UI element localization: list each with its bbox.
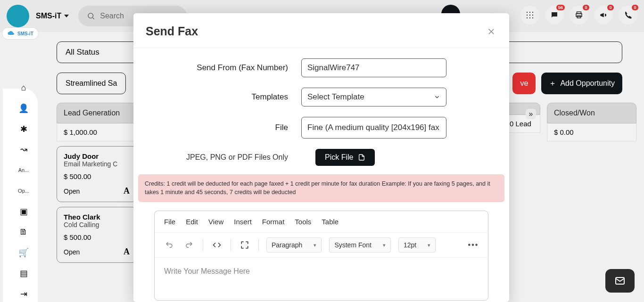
home-icon: ⌂ [21,83,26,93]
chevron-down-icon [64,15,69,17]
add-opportunity-button[interactable]: ＋Add Opportunity [541,73,622,94]
column-header[interactable]: Closed/Won [547,103,636,123]
font-family-select[interactable]: System Font▾ [329,237,391,253]
rich-text-editor: File Edit View Insert Format Tools Table… [154,211,488,301]
template-placeholder: Select Template [307,92,364,102]
menu-table[interactable]: Table [322,218,339,226]
size-value: 12pt [404,241,416,249]
file-icon [358,153,365,162]
redo-button[interactable] [183,239,195,251]
card-amount: $ 500.00 [64,172,130,180]
chat-button[interactable]: 56 [545,6,564,24]
undo-icon [165,241,173,249]
status-label: All Status [66,48,99,57]
brand-switcher[interactable]: SMS-iT [36,12,69,20]
user-icon: 👤 [18,103,29,114]
card-amount: $ 500.00 [64,233,130,241]
menu-tools[interactable]: Tools [295,218,311,226]
rail-collapse[interactable]: ⇥ [9,285,38,302]
more-button[interactable]: ••• [467,239,479,251]
cloud-icon [7,31,16,36]
add-opp-label: Add Opportunity [560,79,615,88]
column-subtotal: $ 1,000.00 [57,123,137,141]
search-icon [87,12,95,20]
rail-user[interactable]: 👤 [9,99,38,116]
apps-button[interactable] [520,6,539,24]
redo-icon [185,241,193,249]
plus-icon: ＋ [549,79,556,89]
pipeline-label: Streamlined Sa [66,79,117,88]
opportunity-card[interactable]: Theo Clark Cold Calling $ 500.00 OpenA [57,207,137,263]
apps-grid-icon [526,11,534,19]
menu-view[interactable]: View [208,218,223,226]
opportunity-card[interactable]: Judy Door Email Marketing C $ 500.00 Ope… [57,146,137,202]
logo-text: SMS-iT [17,31,33,36]
phone-button[interactable]: 0 [619,6,637,24]
pipeline-select[interactable]: Streamlined Sa [57,73,126,94]
rail-calendar[interactable]: ▣ [9,203,38,220]
pick-file-label: Pick File [325,153,353,162]
phone-icon [624,11,632,19]
svg-line-1 [93,18,94,19]
editor-menubar: File Edit View Insert Format Tools Table [155,211,488,233]
file-quality-input[interactable] [301,117,446,139]
card-name: Theo Clark [64,213,130,221]
column-header[interactable]: Lead Generation [57,103,137,123]
block-format-select[interactable]: Paragraph▾ [266,237,322,253]
support-chat-button[interactable] [605,269,635,293]
flow-icon: ↝ [20,144,27,155]
rail-cart[interactable]: 🛒 [9,244,38,261]
collapse-icon: ⇥ [20,289,27,299]
print-button[interactable]: 0 [570,6,588,24]
file-types-hint: JPEG, PNG or PDF Files Only [146,153,301,162]
menu-format[interactable]: Format [262,218,285,226]
rail-opportunities[interactable]: Op... [9,182,38,199]
menu-insert[interactable]: Insert [234,218,252,226]
editor-body[interactable]: Write Your Message Here [155,258,488,300]
card-name: Judy Door [64,152,130,160]
menu-file[interactable]: File [164,218,175,226]
rail-flow[interactable]: ↝ [9,141,38,158]
column-subtotal: $ 0.00 [547,123,636,141]
card-source: Cold Calling [64,221,130,229]
card-status: Open [64,248,80,256]
editor-placeholder: Write Your Message Here [164,267,250,275]
template-select[interactable]: Select Template [301,88,446,106]
document-icon: 🗎 [19,227,28,237]
templates-label: Templates [146,92,301,102]
code-button[interactable] [211,239,223,251]
credits-warning: Credits: 1 credit will be deducted for e… [138,174,504,202]
chat-icon [550,11,559,19]
fax-from-input[interactable] [301,58,446,77]
rail-home[interactable]: ⌂ [9,79,38,96]
rail-analytics[interactable]: An... [9,161,38,178]
font-size-select[interactable]: 12pt▾ [398,237,436,253]
menu-edit[interactable]: Edit [186,218,198,226]
announce-badge: 0 [607,5,614,10]
close-button[interactable] [486,26,497,37]
network-icon: ✱ [20,124,27,134]
rail-doc[interactable]: 🗎 [9,223,38,240]
chevron-down-icon: ▾ [383,242,386,248]
megaphone-icon [599,11,608,19]
fullscreen-button[interactable] [239,239,251,251]
announce-button[interactable]: 0 [594,6,613,24]
pick-file-button[interactable]: Pick File [315,149,375,166]
editor-toolbar: Paragraph▾ System Font▾ 12pt▾ ••• [155,233,488,258]
send-fax-modal: Send Fax Send From (Fax Number) Template… [133,13,509,302]
logo-pill[interactable]: SMS-iT [2,27,39,40]
chevron-right-icon[interactable]: » [526,109,536,119]
archive-button[interactable]: ve [512,73,536,94]
more-icon: ••• [468,241,479,249]
avatar[interactable] [7,5,29,27]
rail-label: An... [18,167,29,173]
rail-news[interactable]: ▤ [9,264,38,281]
brand-name: SMS-iT [36,12,61,20]
print-badge: 0 [583,5,589,10]
file-label: File [146,123,301,132]
mail-icon [613,275,627,286]
chevron-down-icon: ▾ [314,242,316,248]
left-rail: SMS-iT ⌂ 👤 ✱ ↝ An... Op... ▣ 🗎 🛒 ▤ ⇥ [0,32,47,302]
rail-network[interactable]: ✱ [9,120,38,137]
undo-button[interactable] [163,239,175,251]
